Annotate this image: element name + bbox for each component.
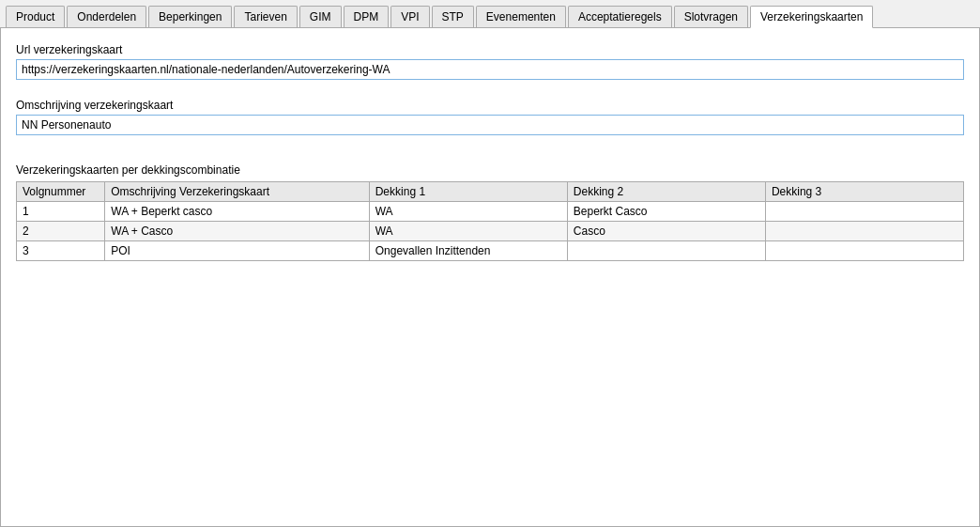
table-header-row: Volgnummer Omschrijving Verzekeringskaar…: [17, 182, 964, 202]
col-header-dekking2: Dekking 2: [567, 182, 765, 202]
cell-dekking2: Casco: [567, 222, 765, 241]
cell-dekking3: [765, 241, 963, 261]
cell-volgnummer: 1: [17, 202, 105, 222]
url-section: Url verzekeringskaart: [16, 43, 964, 80]
url-label: Url verzekeringskaart: [16, 43, 964, 56]
table-header: Volgnummer Omschrijving Verzekeringskaar…: [17, 182, 964, 202]
tab-gim[interactable]: GIM: [299, 6, 342, 27]
tab-slotvragen[interactable]: Slotvragen: [674, 6, 748, 27]
tab-evenementen[interactable]: Evenementen: [476, 6, 566, 27]
cell-volgnummer: 2: [17, 222, 105, 241]
col-header-dekking1: Dekking 1: [369, 182, 567, 202]
table-row[interactable]: 1WA + Beperkt cascoWABeperkt Casco: [17, 202, 964, 222]
tab-onderdelen[interactable]: Onderdelen: [67, 6, 146, 27]
table-section-label: Verzekeringskaarten per dekkingscombinat…: [16, 163, 964, 177]
tab-bar: ProductOnderdelenBeperkingenTarievenGIMD…: [0, 0, 980, 28]
cell-dekking3: [765, 202, 963, 222]
table-row[interactable]: 3POIOngevallen Inzittenden: [17, 241, 964, 261]
table-body: 1WA + Beperkt cascoWABeperkt Casco2WA + …: [17, 202, 964, 261]
omschrijving-label: Omschrijving verzekeringskaart: [16, 99, 964, 112]
cell-dekking2: Beperkt Casco: [567, 202, 765, 222]
omschrijving-section: Omschrijving verzekeringskaart: [16, 99, 964, 135]
cell-dekking1: WA: [369, 202, 567, 222]
cell-omschrijving: POI: [105, 241, 369, 261]
tab-acceptatieregels[interactable]: Acceptatieregels: [568, 6, 672, 27]
app-container: ProductOnderdelenBeperkingenTarievenGIMD…: [0, 0, 980, 527]
omschrijving-input[interactable]: [16, 115, 964, 135]
main-content: Url verzekeringskaart Omschrijving verze…: [0, 28, 980, 527]
tab-verzekeringskaarten[interactable]: Verzekeringskaarten: [750, 6, 873, 28]
tab-beperkingen[interactable]: Beperkingen: [148, 6, 232, 27]
cell-omschrijving: WA + Beperkt casco: [105, 202, 369, 222]
col-header-dekking3: Dekking 3: [765, 182, 963, 202]
col-header-omschrijving: Omschrijving Verzekeringskaart: [105, 182, 369, 202]
cell-dekking3: [765, 222, 963, 241]
url-input[interactable]: [16, 59, 964, 80]
cell-dekking1: Ongevallen Inzittenden: [369, 241, 567, 261]
cell-dekking1: WA: [369, 222, 567, 241]
tab-vpi[interactable]: VPI: [390, 6, 429, 27]
cell-dekking2: [567, 241, 765, 261]
tab-tarieven[interactable]: Tarieven: [234, 6, 297, 27]
tab-stp[interactable]: STP: [432, 6, 474, 27]
tab-product[interactable]: Product: [6, 6, 65, 27]
table-section: Verzekeringskaarten per dekkingscombinat…: [16, 163, 964, 261]
table-row[interactable]: 2WA + CascoWACasco: [17, 222, 964, 241]
col-header-volgnummer: Volgnummer: [17, 182, 105, 202]
verzekeringskaarten-table: Volgnummer Omschrijving Verzekeringskaar…: [16, 181, 964, 261]
tab-dpm[interactable]: DPM: [344, 6, 390, 27]
cell-volgnummer: 3: [17, 241, 105, 261]
cell-omschrijving: WA + Casco: [105, 222, 369, 241]
